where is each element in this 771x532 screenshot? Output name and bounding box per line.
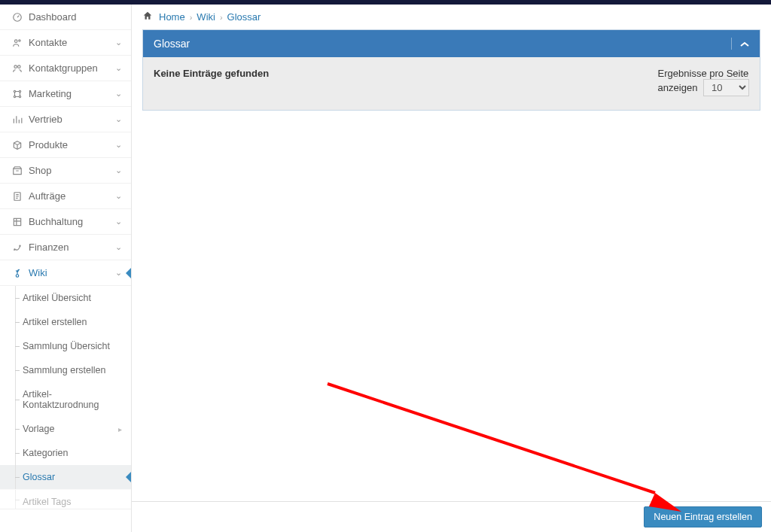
svg-point-6 bbox=[19, 90, 20, 92]
sidebar-label: Finanzen bbox=[29, 242, 115, 253]
sidebar-label: Marketing bbox=[29, 88, 115, 99]
chevron-down-icon: ⌄ bbox=[115, 38, 122, 47]
sidebar-item-shop[interactable]: Shop ⌄ bbox=[0, 158, 131, 184]
chevron-down-icon: ⌄ bbox=[115, 217, 122, 226]
breadcrumb-home[interactable]: Home bbox=[159, 11, 185, 23]
subitem-label: Vorlage bbox=[23, 424, 54, 434]
marketing-icon bbox=[11, 89, 24, 99]
sidebar-label: Buchhaltung bbox=[29, 216, 115, 227]
svg-point-11 bbox=[14, 248, 15, 249]
sales-icon bbox=[11, 114, 24, 125]
chevron-up-icon bbox=[740, 41, 749, 47]
svg-point-3 bbox=[14, 65, 17, 68]
sidebar-item-finanzen[interactable]: Finanzen ⌄ bbox=[0, 235, 131, 260]
chevron-down-icon: ⌄ bbox=[115, 268, 122, 278]
chevron-down-icon: ⌄ bbox=[115, 242, 122, 252]
sidebar-label: Shop bbox=[29, 165, 115, 176]
subitem-artikel-erstellen[interactable]: Artikel erstellen bbox=[0, 310, 131, 334]
groups-icon bbox=[11, 63, 24, 74]
breadcrumb-glossar[interactable]: Glossar bbox=[227, 11, 261, 23]
subitem-artikel-tags[interactable]: Artikel Tags bbox=[0, 489, 131, 509]
results-label-line1: Ergebnisse pro Seite bbox=[658, 68, 749, 79]
chevron-down-icon: ⌄ bbox=[115, 166, 122, 175]
subitem-label: Sammlung erstellen bbox=[23, 365, 105, 375]
sidebar-item-produkte[interactable]: Produkte ⌄ bbox=[0, 132, 131, 158]
subitem-vorlage[interactable]: Vorlage▸ bbox=[0, 417, 131, 441]
sidebar-label: Kontakte bbox=[29, 37, 115, 48]
sidebar-label: Kontaktgruppen bbox=[29, 62, 115, 74]
sidebar-item-vertrieb[interactable]: Vertrieb ⌄ bbox=[0, 107, 131, 132]
shop-icon bbox=[11, 166, 24, 176]
subitem-label: Sammlung Übersicht bbox=[23, 341, 110, 351]
chevron-down-icon: ⌄ bbox=[115, 114, 122, 124]
subitem-sammlung-erstellen[interactable]: Sammlung erstellen bbox=[0, 358, 131, 382]
contacts-icon bbox=[11, 38, 24, 48]
sidebar-item-kontakte[interactable]: Kontakte ⌄ bbox=[0, 30, 131, 56]
breadcrumb-separator-icon: › bbox=[220, 13, 223, 22]
wiki-submenu: Artikel Übersicht Artikel erstellen Samm… bbox=[0, 286, 131, 509]
sidebar-label: Vertrieb bbox=[29, 114, 115, 125]
main-sidebar: Dashboard Kontakte ⌄ Kontaktgruppen ⌄ Ma… bbox=[0, 5, 132, 532]
subitem-kategorien[interactable]: Kategorien bbox=[0, 441, 131, 465]
svg-point-13 bbox=[16, 274, 19, 277]
results-per-page-select[interactable]: 10 bbox=[703, 79, 749, 96]
subitem-glossar[interactable]: Glossar bbox=[0, 465, 131, 489]
glossar-panel: Glossar Keine Einträge gefunden Ergebnis… bbox=[142, 29, 760, 111]
results-per-page: Ergebnisse pro Seite anzeigen 10 bbox=[658, 68, 749, 96]
svg-point-12 bbox=[20, 245, 20, 246]
svg-point-2 bbox=[19, 39, 20, 41]
svg-rect-10 bbox=[14, 218, 20, 225]
sidebar-label: Aufträge bbox=[29, 190, 115, 202]
sidebar-label: Wiki bbox=[29, 267, 115, 278]
subitem-label: Glossar bbox=[23, 472, 55, 482]
create-entry-button[interactable]: Neuen Eintrag erstellen bbox=[644, 506, 762, 527]
subitem-label: Artikel-Kontaktzurodnung bbox=[23, 389, 122, 410]
results-label-line2: anzeigen bbox=[658, 82, 698, 93]
panel-header: Glossar bbox=[143, 30, 760, 57]
subitem-artikel-kontaktzuordnung[interactable]: Artikel-Kontaktzurodnung bbox=[0, 382, 131, 417]
sidebar-label: Produkte bbox=[29, 139, 115, 150]
sidebar-label: Dashboard bbox=[29, 11, 122, 23]
svg-point-7 bbox=[14, 96, 15, 97]
chevron-down-icon: ⌄ bbox=[115, 89, 122, 99]
empty-state-message: Keine Einträge gefunden bbox=[154, 68, 658, 79]
breadcrumb-wiki[interactable]: Wiki bbox=[197, 11, 215, 23]
panel-title: Glossar bbox=[154, 38, 731, 50]
svg-point-4 bbox=[18, 65, 20, 68]
breadcrumb: Home › Wiki › Glossar bbox=[132, 5, 771, 29]
dashboard-icon bbox=[11, 12, 24, 23]
chevron-right-icon: ▸ bbox=[118, 425, 122, 433]
subitem-artikel-uebersicht[interactable]: Artikel Übersicht bbox=[0, 286, 131, 310]
svg-point-8 bbox=[19, 96, 20, 97]
products-icon bbox=[11, 140, 24, 150]
subitem-label: Artikel erstellen bbox=[23, 317, 87, 327]
subitem-label: Artikel Tags bbox=[23, 497, 71, 507]
sidebar-item-wiki[interactable]: Wiki ⌄ bbox=[0, 260, 131, 286]
sidebar-item-dashboard[interactable]: Dashboard bbox=[0, 5, 131, 30]
subitem-sammlung-uebersicht[interactable]: Sammlung Übersicht bbox=[0, 334, 131, 358]
svg-point-5 bbox=[14, 90, 15, 92]
accounting-icon bbox=[11, 217, 24, 227]
sidebar-item-buchhaltung[interactable]: Buchhaltung ⌄ bbox=[0, 209, 131, 235]
chevron-down-icon: ⌄ bbox=[115, 191, 122, 201]
wiki-icon bbox=[11, 268, 24, 278]
svg-point-1 bbox=[15, 39, 18, 42]
home-icon[interactable] bbox=[142, 11, 153, 23]
breadcrumb-separator-icon: › bbox=[190, 13, 193, 22]
panel-collapse-button[interactable] bbox=[731, 38, 749, 50]
chevron-down-icon: ⌄ bbox=[115, 140, 122, 150]
subitem-label: Kategorien bbox=[23, 448, 68, 458]
finance-icon bbox=[11, 242, 24, 253]
panel-body: Keine Einträge gefunden Ergebnisse pro S… bbox=[143, 57, 760, 110]
sidebar-item-marketing[interactable]: Marketing ⌄ bbox=[0, 81, 131, 107]
page-footer: Neuen Eintrag erstellen bbox=[132, 501, 771, 532]
subitem-label: Artikel Übersicht bbox=[23, 293, 91, 303]
sidebar-item-auftraege[interactable]: Aufträge ⌄ bbox=[0, 184, 131, 209]
main-content: Home › Wiki › Glossar Glossar Keine Eint… bbox=[132, 5, 771, 532]
chevron-down-icon: ⌄ bbox=[115, 63, 122, 73]
orders-icon bbox=[11, 191, 24, 202]
sidebar-item-kontaktgruppen[interactable]: Kontaktgruppen ⌄ bbox=[0, 56, 131, 81]
